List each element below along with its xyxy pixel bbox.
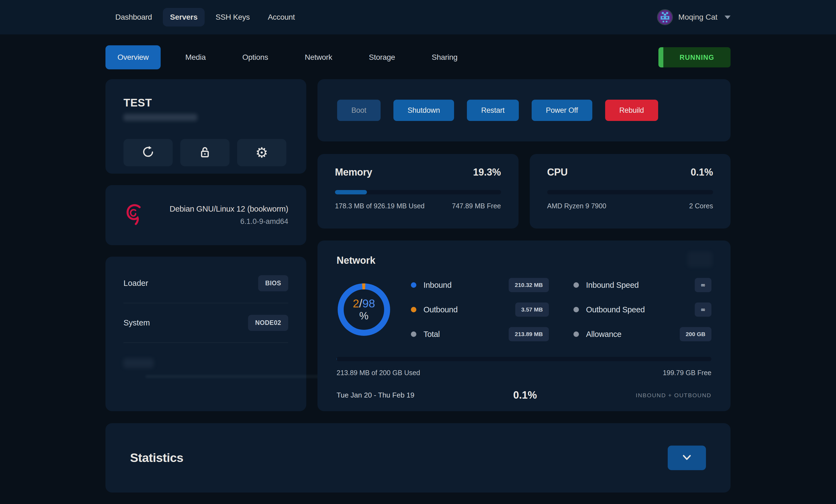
redacted-detail-value [145,375,323,378]
cpu-progress-track [547,190,713,194]
os-card: Debian GNU/Linux 12 (bookworm) 6.1.0-9-a… [106,185,306,245]
tab-options[interactable]: Options [230,45,280,69]
detail-row-loader: Loader BIOS [124,264,288,303]
outbound-dot-icon [411,307,416,312]
memory-head: Memory 19.3% [335,167,501,178]
network-title: Network [337,255,711,266]
total-dot-icon [411,331,416,337]
network-used: 213.89 MB of 200 GB Used [337,369,420,377]
donut-inbound-pct: 98 [362,297,375,310]
power-actions-card: Boot Shutdown Restart Power Off Rebuild [318,79,730,141]
nav-item-dashboard[interactable]: Dashboard [108,8,159,26]
allowance-label: Allowance [586,330,622,339]
outbound-value-chip: 3.57 MB [515,303,549,317]
status-label: RUNNING [663,47,730,67]
donut-center-label: 2/98 % [337,282,391,337]
status-stripe [659,47,663,67]
memory-progress-fill [335,190,367,194]
memory-progress-track [335,190,501,194]
network-caption: INBOUND + OUTBOUND [636,392,711,399]
restart-button[interactable]: Restart [467,100,519,121]
total-value-chip: 213.89 MB [509,327,549,341]
legend-left-column: Inbound 210.32 MB Outbound 3.57 MB Total [411,276,549,343]
main-grid: TEST [106,79,730,411]
os-name: Debian GNU/Linux 12 (bookworm) [170,205,288,213]
debian-logo-icon [124,201,146,229]
settings-button[interactable]: ⚙ [237,139,286,166]
memory-card: Memory 19.3% 178.3 MB of 926.19 MB Used … [318,154,518,229]
donut-outbound-pct: 2 [353,297,359,310]
network-legend: Inbound 210.32 MB Outbound 3.57 MB Total [411,276,711,343]
legend-right-column: Inbound Speed ∞ Outbound Speed ∞ Allowan… [573,276,711,343]
power-off-button[interactable]: Power Off [532,100,592,121]
legend-row-outbound-speed: Outbound Speed ∞ [573,301,711,318]
tab-network[interactable]: Network [292,45,344,69]
outbound-speed-label: Outbound Speed [586,305,645,314]
inbound-label: Inbound [423,281,452,290]
top-navbar: Dashboard Servers SSH Keys Account [0,0,836,34]
boot-button[interactable]: Boot [337,100,381,121]
memory-title: Memory [335,167,372,178]
inbound-dot-icon [411,282,416,288]
shutdown-button[interactable]: Shutdown [394,100,454,121]
network-usage-sub: 213.89 MB of 200 GB Used 199.79 GB Free [337,369,711,377]
power-cycle-button[interactable] [124,139,173,166]
user-name: Moqing Cat [678,13,718,22]
memory-free: 747.89 MB Free [452,202,501,210]
nav-item-account[interactable]: Account [261,8,302,26]
network-period-percent: 0.1% [513,389,537,401]
statistics-expand-button[interactable] [668,446,706,470]
tab-sharing[interactable]: Sharing [420,45,469,69]
legend-row-allowance: Allowance 200 GB [573,326,711,343]
cpu-head: CPU 0.1% [547,167,713,178]
redacted-network-control [687,251,712,267]
stat-cards-row: Memory 19.3% 178.3 MB of 926.19 MB Used … [318,154,730,229]
navbar-inner: Dashboard Servers SSH Keys Account [106,8,730,26]
nav-item-servers[interactable]: Servers [163,8,205,26]
statistics-title: Statistics [130,451,183,465]
network-body: 2/98 % Inbound 210.32 MB [337,276,711,343]
loader-value-chip: BIOS [258,275,288,291]
network-donut-chart: 2/98 % [337,282,391,337]
total-label: Total [423,330,440,339]
cpu-model: AMD Ryzen 9 7900 [547,202,607,210]
loader-label: Loader [124,279,148,288]
inbound-speed-chip: ∞ [695,278,712,292]
cpu-cores: 2 Cores [689,202,713,210]
system-value-chip: NODE02 [248,315,288,331]
lock-button[interactable] [180,139,229,166]
user-menu[interactable]: Moqing Cat [657,9,730,25]
outbound-speed-chip: ∞ [695,303,712,317]
legend-row-inbound: Inbound 210.32 MB [411,276,549,293]
cpu-percent: 0.1% [691,167,713,178]
outbound-speed-dot-icon [573,307,579,312]
rebuild-button[interactable]: Rebuild [605,100,658,121]
nav-item-ssh-keys[interactable]: SSH Keys [208,8,257,26]
network-period: Tue Jan 20 - Thu Feb 19 [337,391,415,400]
right-column: Boot Shutdown Restart Power Off Rebuild … [318,79,730,411]
refresh-icon [141,146,155,160]
donut-unit: % [359,310,368,322]
inbound-value-chip: 210.32 MB [509,278,549,292]
tab-overview[interactable]: Overview [106,45,160,69]
outbound-label: Outbound [423,305,458,314]
network-progress-fill [337,357,337,361]
avatar-identicon [658,10,672,24]
status-badge: RUNNING [659,47,730,67]
network-card: Network 2/98 % [318,240,730,411]
network-period-row: Tue Jan 20 - Thu Feb 19 0.1% INBOUND + O… [337,389,711,401]
memory-used: 178.3 MB of 926.19 MB Used [335,202,424,210]
server-name: TEST [124,97,288,109]
quick-actions: ⚙ [124,139,288,166]
avatar [657,9,673,25]
server-tabbar: Overview Media Options Network Storage S… [106,45,730,69]
left-column: TEST [106,79,306,411]
legend-row-inbound-speed: Inbound Speed ∞ [573,276,711,293]
nav-links: Dashboard Servers SSH Keys Account [108,8,302,26]
detail-row-system: System NODE02 [124,303,288,343]
details-card: Loader BIOS System NODE02 [106,257,306,411]
tab-media[interactable]: Media [173,45,218,69]
memory-percent: 19.3% [473,167,501,178]
os-kernel: 6.1.0-9-amd64 [170,217,288,226]
tab-storage[interactable]: Storage [357,45,407,69]
